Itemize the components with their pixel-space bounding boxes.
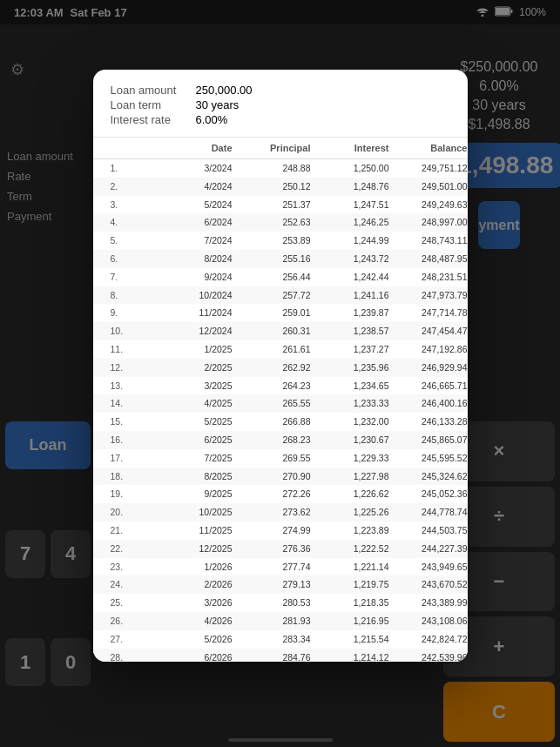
table-row: 11.1/2025261.611,237.27247,192.86 — [93, 340, 468, 359]
modal-overlay: Loan amount 250,000.00 Loan term 30 year… — [0, 0, 560, 747]
loan-term-header-value: 30 years — [196, 98, 240, 111]
table-row: 18.8/2025270.901,227.98245,324.62 — [93, 468, 468, 486]
table-row: 7.9/2024256.441,242.44248,231.51 — [93, 268, 468, 286]
col-principal: Principal — [233, 143, 311, 153]
table-row: 20.10/2025273.621,225.26244,778.74 — [93, 503, 468, 522]
table-row: 2.4/2024250.121,248.76249,501.00 — [93, 178, 468, 196]
table-row: 14.4/2025265.551,233.33246,400.16 — [93, 394, 468, 413]
table-row: 25.3/2026280.531,218.35243,389.99 — [93, 594, 468, 612]
table-row: 13.3/2025264.231,234.65246,665.71 — [93, 377, 468, 395]
table-row: 22.12/2025276.361,222.52244,227.39 — [93, 540, 468, 558]
loan-amount-header-label: Loan amount — [111, 84, 189, 97]
loan-term-header-label: Loan term — [111, 98, 189, 111]
table-row: 17.7/2025269.551,229.33245,595.52 — [93, 449, 468, 468]
col-interest: Interest — [311, 143, 389, 153]
amortization-table[interactable]: 1.3/2024248.881,250.00249,751.122.4/2024… — [93, 159, 468, 662]
table-row: 24.2/2026279.131,219.75243,670.52 — [93, 575, 468, 594]
table-row: 19.9/2025272.261,226.62245,052.36 — [93, 485, 468, 503]
table-row: 26.4/2026281.931,216.95243,108.06 — [93, 612, 468, 630]
table-header: Date Principal Interest Balance — [93, 138, 468, 159]
amortization-modal: Loan amount 250,000.00 Loan term 30 year… — [93, 70, 468, 662]
table-row: 3.5/2024251.371,247.51249,249.63 — [93, 196, 468, 214]
col-date: Date — [163, 143, 233, 153]
table-row: 1.3/2024248.881,250.00249,751.12 — [93, 159, 468, 178]
table-row: 15.5/2025266.881,232.00246,133.28 — [93, 413, 468, 431]
table-row: 10.12/2024260.311,238.57247,454.47 — [93, 322, 468, 340]
col-num — [111, 143, 163, 153]
table-row: 8.10/2024257.721,241.16247,973.79 — [93, 286, 468, 305]
table-row: 21.11/2025274.991,223.89244,503.75 — [93, 522, 468, 540]
loan-amount-header-value: 250,000.00 — [196, 84, 253, 97]
table-row: 6.8/2024255.161,243.72248,487.95 — [93, 250, 468, 268]
table-row: 5.7/2024253.891,244.99248,743.11 — [93, 232, 468, 250]
table-row: 16.6/2025268.231,230.67245,865.07 — [93, 431, 468, 449]
table-row: 12.2/2025262.921,235.96246,929.94 — [93, 359, 468, 377]
table-row: 27.5/2026283.341,215.54242,824.72 — [93, 630, 468, 649]
table-row: 23.1/2026277.741,221.14243,949.65 — [93, 558, 468, 576]
interest-rate-header-value: 6.00% — [196, 113, 228, 126]
col-balance: Balance — [389, 143, 468, 153]
table-row: 28.6/2026284.761,214.12242,539.96 — [93, 649, 468, 662]
table-row: 9.11/2024259.011,239.87247,714.78 — [93, 304, 468, 322]
interest-rate-header-label: Interest rate — [111, 113, 189, 126]
modal-header: Loan amount 250,000.00 Loan term 30 year… — [93, 70, 468, 138]
table-row: 4.6/2024252.631,246.25248,997.00 — [93, 213, 468, 232]
